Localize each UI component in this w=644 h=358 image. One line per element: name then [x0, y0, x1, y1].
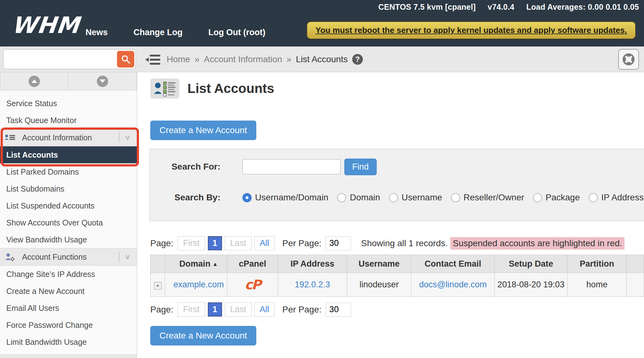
radio-reseller-owner[interactable]: Reseller/Owner	[451, 193, 524, 203]
radio-ip-address[interactable]: IP Address	[589, 193, 644, 203]
sidebar-item-create-a-new-account[interactable]: Create a New Account	[0, 283, 137, 300]
page-all-button[interactable]: All	[254, 236, 275, 250]
partition-column-header[interactable]: Partition	[567, 255, 626, 273]
radio-icon[interactable]	[389, 193, 398, 202]
find-button[interactable]: Find	[344, 159, 377, 175]
radio-label: Username	[402, 193, 442, 203]
reboot-warning-banner[interactable]: You must reboot the server to apply kern…	[307, 21, 636, 39]
radio-icon[interactable]	[337, 193, 346, 202]
page-title-row: List Accounts	[150, 79, 644, 99]
clipped-cell	[626, 273, 644, 297]
sidebar-item-force-password-change[interactable]: Force Password Change	[0, 317, 137, 334]
cpanel-column-header[interactable]: cPanel	[227, 255, 278, 273]
sidebar-item-email-all-users[interactable]: Email All Users	[0, 300, 137, 317]
radio-label: Reseller/Owner	[464, 193, 524, 203]
page-first-button[interactable]: First	[178, 302, 205, 317]
search-for-input[interactable]	[242, 159, 341, 174]
radio-icon[interactable]	[533, 193, 542, 202]
partition-cell: home	[567, 273, 626, 297]
nav-change-log[interactable]: Change Log	[134, 28, 183, 37]
accounts-table: Domain▲ cPanel IP Address Username Conta…	[150, 255, 644, 297]
sidebar-section-account-functions[interactable]: Account Functions ∨	[0, 248, 137, 266]
breadcrumb-account-information[interactable]: Account Information	[204, 54, 282, 64]
sidebar-item-change-sites-ip-address[interactable]: Change Site’s IP Address	[0, 266, 137, 283]
domain-link[interactable]: example.com	[173, 280, 224, 289]
main-content: List Accounts Create a New Account Searc…	[137, 72, 644, 358]
page-label: Page:	[150, 305, 173, 315]
page-current-button[interactable]: 1	[208, 302, 222, 317]
section-divider	[119, 252, 119, 262]
sidebar-search-button[interactable]	[117, 51, 134, 68]
cpanel-logo-icon[interactable]: cP	[245, 277, 260, 292]
username-column-header[interactable]: Username	[347, 255, 411, 273]
chevron-down-icon[interactable]: ∨	[125, 253, 132, 261]
sidebar-item-task-queue-monitor[interactable]: Task Queue Monitor	[0, 112, 137, 129]
per-page-label: Per Page:	[282, 238, 322, 248]
breadcrumb-toolbar: Home » Account Information » List Accoun…	[0, 46, 644, 72]
sidebar-item-service-status[interactable]: Service Status	[0, 95, 137, 112]
page-first-button[interactable]: First	[178, 236, 205, 250]
page-last-button[interactable]: Last	[225, 236, 252, 250]
contact-email-column-header[interactable]: Contact Email	[411, 255, 495, 273]
radio-domain[interactable]: Domain	[337, 193, 380, 203]
sidebar-item-list-accounts[interactable]: List Accounts	[0, 146, 137, 163]
ip-column-header[interactable]: IP Address	[278, 255, 347, 273]
sidebar-item-list-suspended-accounts[interactable]: List Suspended Accounts	[0, 197, 137, 214]
sidebar-search-input[interactable]	[7, 51, 110, 68]
chevron-up-icon	[29, 76, 40, 87]
sidebar-scroll-down-button[interactable]	[68, 72, 137, 90]
sidebar-menu: Service Status Task Queue Monitor Accoun…	[0, 90, 137, 350]
per-page-input[interactable]	[326, 303, 351, 317]
ip-address-link[interactable]: 192.0.2.3	[295, 280, 330, 289]
nav-log-out[interactable]: Log Out (root)	[208, 28, 265, 37]
whm-page: CENTOS 7.5 kvm [cpanel] v74.0.4 Load Ave…	[0, 0, 644, 358]
radio-icon[interactable]	[451, 193, 460, 202]
sidebar-item-view-bandwidth-usage[interactable]: View Bandwidth Usage	[0, 231, 137, 248]
setup-date-column-header[interactable]: Setup Date	[495, 255, 567, 273]
life-ring-icon	[622, 53, 635, 66]
id-card-icon	[4, 133, 16, 142]
sidebar-section-label: Account Functions	[21, 252, 114, 262]
page-current-button[interactable]: 1	[208, 236, 222, 250]
per-page-input[interactable]	[326, 236, 351, 250]
sidebar-item-show-accounts-over-quota[interactable]: Show Accounts Over Quota	[0, 214, 137, 231]
support-button[interactable]	[618, 49, 639, 70]
sidebar-scroll-up-button[interactable]	[0, 72, 68, 90]
sidebar-search-box	[3, 49, 136, 69]
radio-package[interactable]: Package	[533, 193, 580, 203]
page-all-button[interactable]: All	[254, 302, 275, 317]
breadcrumb: Home » Account Information » List Accoun…	[167, 54, 363, 65]
radio-username[interactable]: Username	[389, 193, 442, 203]
nav-news[interactable]: News	[86, 28, 108, 37]
suspended-note: Suspended accounts are highlighted in re…	[450, 237, 625, 250]
sidebar-item-list-subdomains[interactable]: List Subdomains	[0, 180, 137, 197]
breadcrumb-home[interactable]: Home	[167, 54, 190, 64]
search-for-label: Search For:	[150, 162, 220, 172]
username-cell: linodeuser	[347, 273, 411, 297]
create-account-button-top[interactable]: Create a New Account	[150, 121, 256, 140]
radio-selected-icon[interactable]	[242, 193, 252, 202]
sort-ascending-icon: ▲	[212, 261, 218, 267]
contact-email-link[interactable]: docs@linode.com	[419, 280, 487, 289]
sidebar-section-account-information[interactable]: Account Information ∨	[0, 129, 137, 146]
sidebar-next-section-strip	[0, 354, 137, 358]
search-panel: Search For: Find Search By: Username/Dom…	[149, 149, 644, 221]
collapse-sidebar-icon[interactable]	[145, 54, 161, 67]
expand-row-button[interactable]: +	[154, 282, 162, 290]
page-last-button[interactable]: Last	[225, 302, 252, 317]
per-page-label: Per Page:	[282, 305, 322, 315]
whm-version: v74.0.4	[488, 3, 514, 12]
search-by-label: Search By:	[150, 193, 220, 203]
domain-column-header[interactable]: Domain▲	[165, 255, 227, 273]
help-icon[interactable]: ?	[352, 54, 363, 65]
radio-username-domain[interactable]: Username/Domain	[242, 193, 328, 203]
server-os: CENTOS 7.5 kvm [cpanel]	[378, 3, 476, 12]
section-divider	[119, 133, 119, 143]
chevron-down-icon[interactable]: ∨	[125, 134, 132, 142]
pagination-top: Page: First 1 Last All Per Page: Showing…	[150, 236, 644, 250]
sidebar-item-limit-bandwidth-usage[interactable]: Limit Bandwidth Usage	[0, 334, 137, 350]
breadcrumb-separator: »	[195, 54, 200, 64]
sidebar-item-list-parked-domains[interactable]: List Parked Domains	[0, 163, 137, 180]
create-account-button-bottom[interactable]: Create a New Account	[150, 326, 256, 345]
radio-icon[interactable]	[589, 193, 598, 202]
